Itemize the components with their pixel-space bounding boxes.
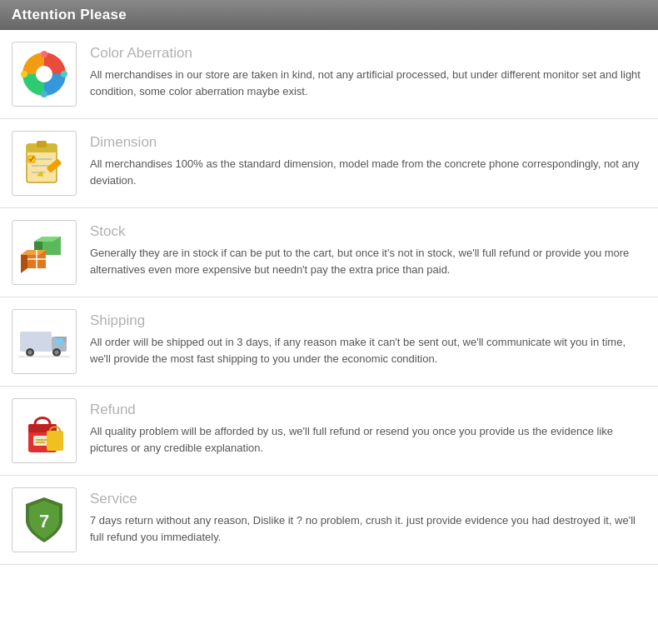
svg-rect-8 [37,141,47,147]
service-icon-wrap: 7 [12,487,77,552]
service-content: Service 7 days return without any reason… [90,487,646,546]
refund-icon-wrap [12,398,77,463]
shipping-icon [18,322,70,362]
refund-content: Refund All quality problem will be affor… [90,398,646,457]
svg-rect-37 [47,431,63,451]
color-aberration-content: Color Aberration All merchandises in our… [90,42,646,100]
dimension-title: Dimension [90,134,646,151]
list-item: Dimension All merchandises 100% as the s… [0,119,658,208]
shipping-icon-wrap [12,309,77,374]
stock-icon [19,230,69,276]
shipping-title: Shipping [90,312,646,329]
service-icon: 7 [22,496,66,544]
color-aberration-desc: All merchandises in our store are taken … [90,67,646,100]
shipping-desc: All order will be shipped out in 3 days,… [90,334,646,367]
svg-point-5 [21,71,27,77]
list-item: Color Aberration All merchandises in our… [0,30,658,119]
color-aberration-icon [20,50,68,98]
svg-rect-23 [20,332,52,352]
list-item: 7 Service 7 days return without any reas… [0,476,658,565]
stock-icon-wrap [12,220,77,285]
stock-desc: Generally they are in stock if can be pu… [90,245,646,278]
svg-point-28 [28,351,32,355]
service-title: Service [90,491,646,507]
stock-title: Stock [90,223,646,240]
svg-point-2 [41,51,47,57]
svg-point-4 [41,91,47,97]
service-desc: 7 days return without any reason, Dislik… [90,512,646,546]
list-item: Stock Generally they are in stock if can… [0,208,658,297]
color-aberration-icon-wrap [12,42,77,107]
svg-point-30 [55,351,59,355]
page-header: Attention Please [0,0,658,30]
dimension-desc: All merchandises 100% as the standard di… [90,156,646,189]
refund-title: Refund [90,402,646,418]
list-item: Refund All quality problem will be affor… [0,387,658,476]
refund-icon [22,406,67,456]
dimension-content: Dimension All merchandises 100% as the s… [90,131,646,189]
list-item: Shipping All order will be shipped out i… [0,297,658,387]
dimension-icon [20,139,68,187]
svg-rect-26 [55,338,63,345]
svg-point-3 [61,71,67,77]
svg-text:7: 7 [39,511,49,532]
refund-desc: All quality problem will be afforded by … [90,423,646,457]
color-aberration-title: Color Aberration [90,45,646,62]
header-title: Attention Please [12,7,127,22]
stock-content: Stock Generally they are in stock if can… [90,220,646,278]
svg-point-1 [36,66,52,82]
shipping-content: Shipping All order will be shipped out i… [90,309,646,367]
dimension-icon-wrap [12,131,77,196]
